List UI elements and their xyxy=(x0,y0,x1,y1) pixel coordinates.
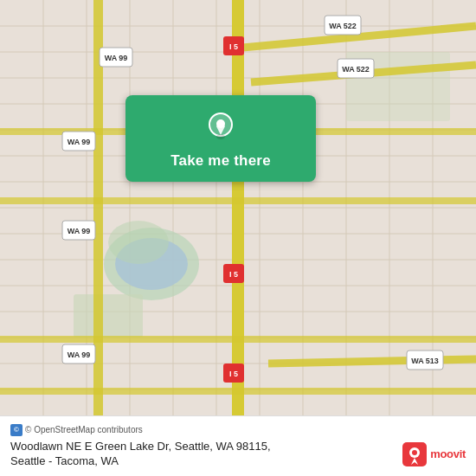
svg-text:WA 99: WA 99 xyxy=(68,227,91,235)
svg-text:I 5: I 5 xyxy=(229,42,238,51)
bottom-bar: © © OpenStreetMap contributors Woodlawn … xyxy=(0,415,476,476)
svg-text:WA 99: WA 99 xyxy=(68,351,91,359)
svg-text:WA 99: WA 99 xyxy=(105,54,128,62)
location-card: Take me there xyxy=(125,95,316,182)
address-line1: Woodlawn NE E Green Lake Dr, Seattle, WA… xyxy=(10,440,271,453)
address-text: Woodlawn NE E Green Lake Dr, Seattle, WA… xyxy=(10,440,396,469)
svg-rect-39 xyxy=(0,336,476,343)
map-container: WA 99 WA 99 WA 99 WA 99 I 5 I 5 I 5 WA 5… xyxy=(0,0,476,415)
svg-rect-32 xyxy=(232,0,244,415)
svg-text:WA 522: WA 522 xyxy=(342,65,370,74)
svg-rect-29 xyxy=(74,294,143,338)
svg-line-36 xyxy=(268,359,476,363)
map-svg: WA 99 WA 99 WA 99 WA 99 I 5 I 5 I 5 WA 5… xyxy=(0,0,476,415)
svg-point-68 xyxy=(412,450,417,455)
take-me-there-button[interactable]: Take me there xyxy=(170,152,271,170)
osm-logo: © xyxy=(10,424,23,436)
moovit-label: moovit xyxy=(430,447,466,460)
osm-attribution: © © OpenStreetMap contributors xyxy=(10,424,466,436)
svg-rect-40 xyxy=(0,388,476,395)
svg-text:WA 513: WA 513 xyxy=(411,357,439,365)
svg-text:WA 522: WA 522 xyxy=(329,22,357,30)
address-row: Woodlawn NE E Green Lake Dr, Seattle, WA… xyxy=(10,440,466,469)
moovit-logo: moovit xyxy=(402,442,466,466)
svg-text:I 5: I 5 xyxy=(229,270,238,279)
svg-text:I 5: I 5 xyxy=(229,370,238,378)
address-line2: Seattle - Tacoma, WA xyxy=(10,454,119,467)
svg-rect-38 xyxy=(0,197,476,204)
svg-text:WA 99: WA 99 xyxy=(68,138,91,146)
location-pin-icon xyxy=(204,111,237,144)
moovit-icon xyxy=(402,442,427,466)
svg-point-28 xyxy=(108,221,169,264)
osm-attribution-text: © OpenStreetMap contributors xyxy=(25,425,143,434)
